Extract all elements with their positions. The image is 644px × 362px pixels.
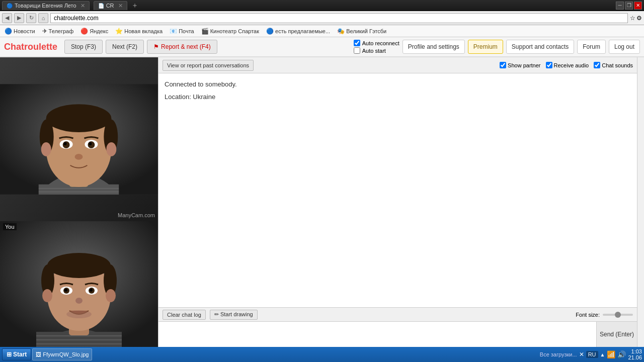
bookmark-cinema-icon: 🎬 (201, 28, 209, 35)
clear-chat-button[interactable]: Clear chat log (163, 310, 206, 320)
browser-tab-1[interactable]: 🔵 Товарищи Евгения Лето ✕ (2, 1, 90, 10)
show-partner-option[interactable]: Show partner (500, 62, 540, 68)
title-bar: 🔵 Товарищи Евгения Лето ✕ 📄 CR ✕ ＋ ─ ❐ ✕ (0, 0, 644, 11)
system-clock: 1:03 21.06 (628, 348, 642, 360)
local-video-feed (0, 221, 158, 347)
title-bar-left: 🔵 Товарищи Евгения Лето ✕ 📄 CR ✕ ＋ (2, 1, 616, 10)
svg-rect-32 (47, 265, 111, 273)
receive-audio-option[interactable]: Receive audio (546, 62, 589, 68)
chat-messages: Connected to somebody. Location: Ukraine (158, 73, 637, 307)
bookmark-yandex-icon: 🔴 (80, 28, 88, 35)
bookmark-mail[interactable]: 📧 Почта (167, 27, 197, 35)
bookmark-mail-icon: 📧 (170, 28, 177, 35)
address-bar: ◀ ▶ ↻ ⌂ ☆ ⚙ (0, 11, 644, 25)
refresh-button[interactable]: ↻ (26, 13, 36, 23)
manycam-watermark: ManyCam.com (118, 212, 155, 218)
close-button[interactable]: ✕ (634, 2, 642, 10)
connected-message: Connected to somebody. (165, 79, 631, 90)
show-partner-checkbox[interactable] (500, 62, 506, 68)
chat-panel: View or report past conversations Show p… (158, 57, 637, 347)
stop-button[interactable]: Stop (F3) (64, 40, 103, 54)
close-tray-icon[interactable]: ✕ (579, 351, 584, 358)
start-drawing-button[interactable]: ✏ Start drawing (210, 310, 258, 320)
bookmark-news-icon: 🔵 (5, 28, 12, 35)
close-tab-1-icon[interactable]: ✕ (80, 3, 85, 9)
browser-tab-2[interactable]: 📄 CR ✕ (94, 1, 127, 10)
windows-icon: ⊞ (7, 351, 12, 358)
profile-button[interactable]: Profile and settings (403, 40, 465, 54)
bookmark-suggested[interactable]: 🔵 есть предлагаемые... (264, 27, 333, 35)
svg-point-44 (66, 310, 92, 318)
svg-rect-10 (46, 118, 112, 126)
forum-button[interactable]: Forum (577, 40, 606, 54)
taskbar-file-item[interactable]: 🖼 FfywmQW_Slo.jpg (32, 348, 92, 360)
flag-icon: ⚑ (153, 43, 159, 50)
show-hidden-icons[interactable]: ▲ (600, 352, 605, 357)
address-input[interactable] (50, 13, 628, 23)
bookmark-news[interactable]: 🔵 Новости (2, 27, 38, 35)
video-panel: ManyCam.com You (0, 57, 158, 347)
svg-point-39 (64, 289, 67, 292)
svg-point-41 (75, 298, 83, 304)
auto-reconnect-option[interactable]: Auto reconnect (354, 40, 399, 46)
you-label: You (3, 223, 17, 230)
scroll-indicator[interactable] (637, 57, 644, 347)
view-past-button[interactable]: View or report past conversations (163, 60, 254, 71)
chat-sounds-option[interactable]: Chat sounds (594, 62, 633, 68)
svg-point-42 (42, 289, 52, 302)
svg-point-20 (41, 142, 51, 156)
auto-start-option[interactable]: Auto start (354, 47, 399, 54)
auto-start-checkbox[interactable] (354, 47, 360, 54)
bookmark-suggested-icon: 🔵 (266, 28, 274, 35)
remote-video: ManyCam.com (0, 57, 158, 221)
address-icons: ☆ ⚙ (630, 15, 642, 22)
bookmark-gatsby[interactable]: 🎭 Великий Гэтсби (335, 27, 389, 35)
premium-button[interactable]: Premium (468, 40, 503, 54)
svg-point-40 (90, 289, 93, 292)
app-header: Chatroulette Stop (F3) Next (F2) ⚑ Repor… (0, 37, 644, 57)
minimize-button[interactable]: ─ (616, 2, 624, 10)
auto-reconnect-checkbox[interactable] (354, 40, 360, 46)
forward-button[interactable]: ▶ (14, 13, 24, 23)
locale-indicator[interactable]: RU (586, 351, 598, 358)
receive-audio-checkbox[interactable] (546, 62, 552, 68)
svg-point-18 (89, 142, 92, 145)
main-content: ManyCam.com You (0, 57, 644, 347)
chat-options: Show partner Receive audio Chat sounds (500, 62, 633, 68)
support-button[interactable]: Support and contacts (506, 40, 574, 54)
chat-input-row: Send (Enter) (158, 322, 637, 347)
svg-point-43 (106, 289, 116, 302)
restore-button[interactable]: ❐ (625, 2, 633, 10)
send-button[interactable]: Send (Enter) (597, 322, 637, 347)
report-button[interactable]: ⚑ Report & next (F4) (147, 40, 217, 54)
auto-options: Auto reconnect Auto start (354, 40, 399, 54)
new-tab-icon[interactable]: ＋ (131, 1, 138, 10)
start-button[interactable]: ⊞ Start (2, 348, 31, 360)
star-icon[interactable]: ☆ (630, 15, 635, 22)
font-size-thumb (615, 312, 621, 318)
back-button[interactable]: ◀ (2, 13, 12, 23)
app-logo: Chatroulette (4, 42, 57, 52)
volume-icon[interactable]: 🔊 (617, 350, 626, 358)
taskbar: ⊞ Start 🖼 FfywmQW_Slo.jpg Все загрузки..… (0, 347, 644, 362)
bookmarks-bar: 🔵 Новости ✈ Телеграф 🔴 Яндекс ⭐ Новая вк… (0, 25, 644, 37)
logout-button[interactable]: Log out (609, 40, 640, 54)
remote-video-content (0, 57, 158, 221)
close-tab-2-icon[interactable]: ✕ (118, 3, 123, 9)
tools-icon[interactable]: ⚙ (636, 15, 642, 22)
font-size-slider[interactable] (603, 314, 633, 316)
bookmark-cinema[interactable]: 🎬 Кинотеатр Спартак (199, 27, 262, 35)
font-size-control: Font size: (576, 312, 633, 318)
chat-bottom: Clear chat log ✏ Start drawing Font size… (158, 307, 637, 347)
bookmark-yandex[interactable]: 🔴 Яндекс (78, 27, 111, 35)
bookmark-telegraph[interactable]: ✈ Телеграф (40, 27, 76, 35)
chat-sounds-checkbox[interactable] (594, 62, 600, 68)
bookmark-newtab[interactable]: ⭐ Новая вкладка (113, 27, 165, 35)
chat-input[interactable] (158, 322, 597, 347)
home-button[interactable]: ⌂ (38, 13, 48, 23)
taskbar-system-tray: Все загрузки... ✕ RU ▲ 📶 🔊 1:03 21.06 (540, 348, 642, 360)
next-button[interactable]: Next (F2) (106, 40, 144, 54)
bookmark-newtab-icon: ⭐ (115, 28, 123, 35)
local-video: You (0, 221, 158, 347)
file-icon: 🖼 (36, 351, 41, 357)
